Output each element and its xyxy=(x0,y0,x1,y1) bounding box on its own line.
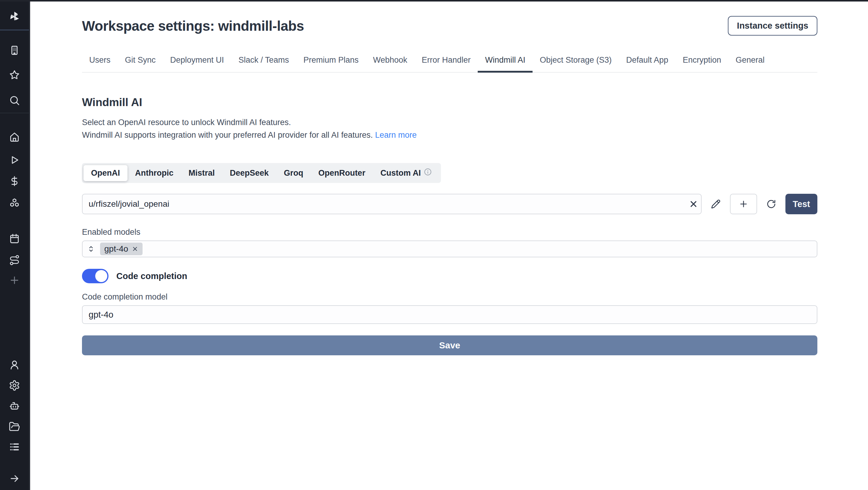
code-completion-model-label: Code completion model xyxy=(82,292,817,302)
route-icon[interactable] xyxy=(6,252,23,269)
settings-tabs: Users Git Sync Deployment UI Slack / Tea… xyxy=(82,53,817,73)
toggle-knob xyxy=(95,270,107,282)
folder-open-icon[interactable] xyxy=(6,418,23,435)
star-icon[interactable] xyxy=(6,67,23,84)
edit-pencil-icon[interactable] xyxy=(708,194,723,214)
tab-slack-teams[interactable]: Slack / Teams xyxy=(231,53,296,72)
tab-windmill-ai[interactable]: Windmill AI xyxy=(478,53,532,72)
list-icon[interactable] xyxy=(6,438,23,455)
tab-object-storage[interactable]: Object Storage (S3) xyxy=(532,53,619,72)
dollar-icon[interactable] xyxy=(6,173,23,189)
tab-error-handler[interactable]: Error Handler xyxy=(414,53,478,72)
code-completion-label: Code completion xyxy=(116,271,187,281)
resource-input-container xyxy=(82,194,702,214)
windmill-logo-icon[interactable] xyxy=(6,8,23,25)
description-line-1: Select an OpenAI resource to unlock Wind… xyxy=(82,116,817,129)
sidebar xyxy=(0,0,30,490)
description-line-2: Windmill AI supports integration with yo… xyxy=(82,129,817,141)
provider-custom-ai[interactable]: Custom AI xyxy=(373,164,439,181)
code-completion-toggle[interactable] xyxy=(82,269,108,283)
cubes-icon[interactable] xyxy=(6,194,23,211)
sidebar-divider xyxy=(0,30,29,30)
model-tag: gpt-4o xyxy=(100,243,143,255)
refresh-icon[interactable] xyxy=(764,194,779,214)
instance-settings-button[interactable]: Instance settings xyxy=(728,16,817,36)
building-icon[interactable] xyxy=(6,42,23,59)
calendar-icon[interactable] xyxy=(6,230,23,247)
add-resource-button[interactable] xyxy=(730,194,757,214)
tab-general[interactable]: General xyxy=(728,53,772,72)
provider-mistral[interactable]: Mistral xyxy=(181,165,222,181)
tab-deployment-ui[interactable]: Deployment UI xyxy=(163,53,231,72)
user-icon[interactable] xyxy=(6,357,23,373)
provider-openai[interactable]: OpenAI xyxy=(84,165,127,181)
provider-openrouter[interactable]: OpenRouter xyxy=(311,165,373,181)
main-content: Workspace settings: windmill-labs Instan… xyxy=(31,1,868,355)
provider-deepseek[interactable]: DeepSeek xyxy=(222,165,276,181)
search-icon[interactable] xyxy=(6,92,23,109)
provider-groq[interactable]: Groq xyxy=(276,165,311,181)
page-title: Workspace settings: windmill-labs xyxy=(82,18,304,34)
tab-git-sync[interactable]: Git Sync xyxy=(118,53,163,72)
tab-default-app[interactable]: Default App xyxy=(619,53,676,72)
remove-tag-icon[interactable] xyxy=(132,246,138,252)
clear-icon[interactable] xyxy=(686,199,701,209)
enabled-models-input[interactable]: gpt-4o xyxy=(82,241,817,257)
tab-premium-plans[interactable]: Premium Plans xyxy=(296,53,366,72)
tab-encryption[interactable]: Encryption xyxy=(675,53,728,72)
learn-more-link[interactable]: Learn more xyxy=(375,130,416,140)
sidebar-divider xyxy=(0,113,29,113)
provider-tabs: OpenAI Anthropic Mistral DeepSeek Groq O… xyxy=(82,163,441,183)
section-heading: Windmill AI xyxy=(82,96,817,109)
save-button[interactable]: Save xyxy=(82,335,817,355)
plus-icon[interactable] xyxy=(6,272,23,289)
settings-gear-icon[interactable] xyxy=(6,377,23,394)
chevrons-up-down-icon xyxy=(87,245,95,253)
provider-anthropic[interactable]: Anthropic xyxy=(127,165,181,181)
code-completion-model-input[interactable] xyxy=(82,305,817,324)
model-tag-label: gpt-4o xyxy=(104,244,128,254)
window-top-edge xyxy=(0,0,868,1)
tab-users[interactable]: Users xyxy=(82,53,118,72)
resource-input[interactable] xyxy=(83,199,686,209)
arrow-right-icon[interactable] xyxy=(6,470,23,487)
play-icon[interactable] xyxy=(6,152,23,169)
tab-webhook[interactable]: Webhook xyxy=(366,53,415,72)
home-icon[interactable] xyxy=(6,129,23,146)
robot-icon[interactable] xyxy=(6,398,23,415)
section-description: Select an OpenAI resource to unlock Wind… xyxy=(82,116,817,141)
enabled-models-label: Enabled models xyxy=(82,227,817,237)
test-button[interactable]: Test xyxy=(785,194,817,214)
info-icon[interactable] xyxy=(424,168,432,178)
